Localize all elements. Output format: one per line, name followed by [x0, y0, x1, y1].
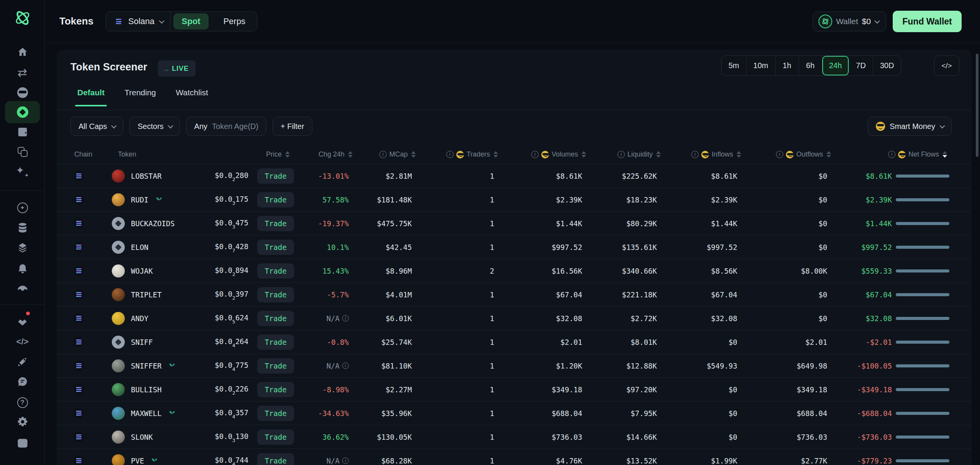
chain-selector[interactable]: Solana: [106, 12, 170, 31]
bell-icon[interactable]: [0, 259, 45, 279]
timeframe-5m[interactable]: 5m: [722, 56, 746, 75]
code-icon[interactable]: </>: [0, 332, 45, 351]
trade-button[interactable]: Trade: [257, 263, 294, 279]
chg-24h-cell: 15.43%: [301, 267, 358, 275]
timeframe-6h[interactable]: 6h: [799, 56, 822, 75]
table-row[interactable]: BUCKAZOIDS $0.03475 Trade -19.37% $475.7…: [57, 211, 972, 235]
scrollbar-thumb[interactable]: [976, 54, 978, 157]
token-screener-icon[interactable]: [0, 103, 45, 122]
col-chg-24h[interactable]: Chg 24h: [301, 150, 358, 158]
table-row[interactable]: MAXWELL $0.04357 Trade -34.63% $35.96K 1…: [57, 401, 972, 425]
timeframe-24h[interactable]: 24h: [822, 56, 849, 75]
tab-perps[interactable]: Perps: [215, 13, 253, 29]
info-icon[interactable]: i: [691, 151, 699, 158]
timeframe-1h[interactable]: 1h: [776, 56, 799, 75]
fund-wallet-button[interactable]: Fund Wallet: [893, 11, 962, 32]
table-row[interactable]: LOBSTAR $0.02280 Trade -13.01% $2.81M 1 …: [57, 164, 972, 188]
info-icon[interactable]: i: [888, 151, 895, 158]
smart-money-filter[interactable]: Smart Money: [868, 117, 952, 136]
mcap-cell: $6.01K: [358, 314, 421, 323]
info-icon[interactable]: i: [342, 457, 349, 464]
smart-money-face-icon[interactable]: [0, 83, 45, 102]
info-icon[interactable]: i: [342, 362, 349, 369]
info-icon[interactable]: i: [342, 315, 349, 321]
logout-icon[interactable]: [0, 434, 45, 453]
col-outflows[interactable]: i Outflows: [746, 150, 836, 158]
trade-button[interactable]: Trade: [257, 358, 294, 374]
trade-button[interactable]: Trade: [257, 216, 294, 231]
app-logo[interactable]: [13, 8, 32, 28]
inflows-cell: $8.56K: [666, 267, 746, 275]
all-caps-filter[interactable]: All Caps: [70, 117, 123, 136]
timeframe-10m[interactable]: 10m: [746, 56, 776, 75]
tab-default[interactable]: Default: [77, 88, 105, 106]
tab-spot[interactable]: Spot: [173, 13, 209, 29]
table-row[interactable]: WOJAK $0.02894 Trade 15.43% $8.96M 2 $16…: [57, 259, 972, 282]
swap-icon[interactable]: ⇄: [0, 63, 45, 82]
trade-button[interactable]: Trade: [257, 168, 294, 184]
table-row[interactable]: ANDY $0.05624 Trade N/Ai $6.01K 1 $32.08…: [57, 306, 972, 330]
table-row[interactable]: TRIPLET $0.02397 Trade -5.7% $4.01M 1 $6…: [57, 282, 972, 306]
inflows-cell: $997.52: [666, 243, 746, 251]
wallet-dropdown[interactable]: Wallet $0: [813, 11, 886, 31]
home-icon[interactable]: [0, 42, 45, 62]
settings-icon[interactable]: [0, 412, 45, 431]
watch-eye-icon[interactable]: [0, 278, 45, 297]
chat-icon[interactable]: [0, 372, 45, 391]
trade-button[interactable]: Trade: [257, 382, 294, 397]
volumes-cell: $32.08: [503, 314, 591, 323]
info-icon[interactable]: i: [446, 151, 454, 158]
solana-chain-icon: [74, 194, 84, 205]
sparkles-icon[interactable]: ✦✦: [0, 162, 45, 181]
info-icon[interactable]: i: [617, 151, 625, 158]
sectors-filter[interactable]: Sectors: [129, 117, 180, 136]
add-filter-button[interactable]: + Filter: [273, 117, 312, 136]
tab-watchlist[interactable]: Watchlist: [176, 88, 208, 106]
col-volumes[interactable]: i Volumes: [503, 150, 591, 158]
info-icon[interactable]: i: [776, 151, 783, 158]
rocket-icon[interactable]: [0, 352, 45, 371]
timeframe-7d[interactable]: 7D: [849, 56, 873, 75]
col-mcap[interactable]: i MCap: [358, 150, 421, 158]
trade-button[interactable]: Trade: [257, 429, 294, 445]
trade-button[interactable]: Trade: [257, 334, 294, 350]
table-row[interactable]: BULLISH $0.02226 Trade -8.98% $2.27M 1 $…: [57, 377, 972, 401]
table-row[interactable]: ELON $0.07428 Trade 10.1% $42.45 1 $997.…: [57, 235, 972, 259]
table-row[interactable]: SLONK $0.03130 Trade 36.62% $130.05K 1 $…: [57, 425, 972, 449]
wallet-icon[interactable]: [0, 122, 45, 142]
volumes-cell: $1.44K: [503, 219, 591, 228]
table-row[interactable]: PVE $0.04744 Trade N/Ai $68.28K 1 $4.76K…: [57, 449, 972, 465]
col-traders[interactable]: i Traders: [421, 150, 503, 158]
token-age-filter[interactable]: Any Token Age(D): [186, 117, 266, 136]
col-price[interactable]: Price: [201, 150, 301, 158]
table-row[interactable]: SNIFFER $0.04775 Trade N/Ai $81.10K 1 $1…: [57, 354, 972, 377]
trade-button[interactable]: Trade: [257, 192, 294, 207]
trade-button[interactable]: Trade: [257, 311, 294, 326]
token-avatar: [112, 264, 125, 277]
table-row[interactable]: RUDI $0.03175 Trade 57.58% $181.48K 1 $2…: [57, 188, 972, 211]
trade-button[interactable]: Trade: [257, 406, 294, 421]
divider: [170, 11, 170, 31]
solana-chain-icon: [74, 455, 84, 465]
coin-star-icon[interactable]: ✦: [0, 198, 45, 217]
col-inflows[interactable]: i Inflows: [666, 150, 746, 158]
col-net-flows[interactable]: i Net Flows: [836, 150, 972, 158]
chain-cell: [57, 432, 95, 442]
trade-button[interactable]: Trade: [257, 240, 294, 255]
tab-trending[interactable]: Trending: [124, 88, 156, 106]
layers-icon[interactable]: [0, 238, 45, 258]
info-icon[interactable]: i: [531, 151, 539, 158]
timeframe-30d[interactable]: 30D: [873, 56, 901, 75]
chevron-down-icon: [874, 18, 880, 24]
trade-button[interactable]: Trade: [257, 287, 294, 302]
copy-icon[interactable]: [0, 142, 45, 162]
code-view-button[interactable]: </>: [934, 55, 959, 76]
col-liquidity[interactable]: i Liquidity: [591, 150, 666, 158]
trade-button[interactable]: Trade: [257, 453, 294, 465]
info-icon[interactable]: i: [379, 151, 387, 158]
referral-handshake-icon[interactable]: [0, 313, 45, 332]
volumes-cell: $688.04: [503, 409, 591, 418]
help-icon[interactable]: ?: [0, 393, 45, 412]
table-row[interactable]: SNIFF $0.04264 Trade -0.8% $25.74K 1 $2.…: [57, 330, 972, 354]
database-icon[interactable]: [0, 218, 45, 237]
